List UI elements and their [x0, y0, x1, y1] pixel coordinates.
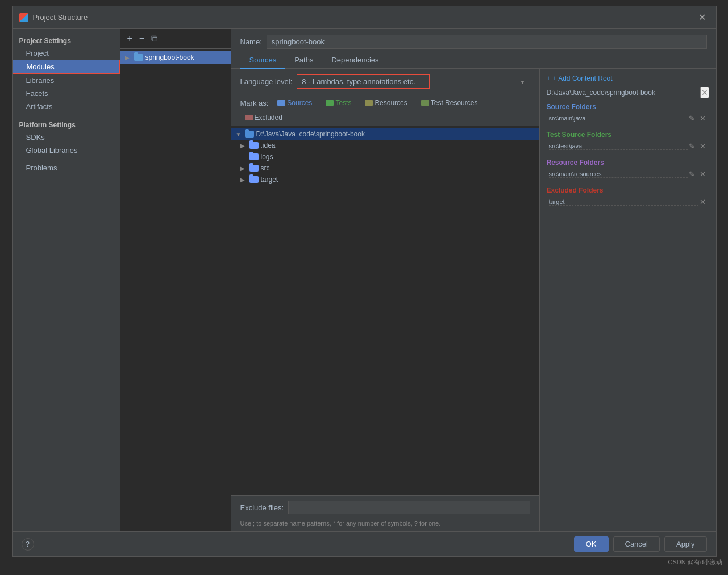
- resource-folders-category: Resource Folders src\main\resources ✎ ✕: [547, 159, 709, 180]
- platform-settings-title: Platform Settings: [13, 118, 120, 131]
- content-area: Name: Sources Paths Dependencies: [231, 29, 716, 531]
- help-button[interactable]: ?: [22, 538, 34, 551]
- source-folder-edit-button[interactable]: ✎: [688, 114, 696, 123]
- resource-folder-path: src\main\resources: [549, 170, 688, 178]
- file-tree-target[interactable]: ▶ target: [231, 174, 539, 185]
- language-level-select-wrapper: 8 - Lambdas, type annotations etc.: [297, 74, 530, 89]
- remove-module-button[interactable]: −: [137, 32, 147, 45]
- language-level-row: Language level: 8 - Lambdas, type annota…: [231, 69, 539, 94]
- name-input[interactable]: [267, 35, 707, 49]
- dialog-title: Project Structure: [33, 13, 88, 22]
- ft-idea-arrow: ▶: [240, 143, 247, 149]
- tab-sources[interactable]: Sources: [240, 52, 286, 69]
- add-content-root-button[interactable]: + + Add Content Root: [547, 74, 709, 82]
- watermark: CSDN @有d小激动: [668, 558, 722, 566]
- tree-section: Language level: 8 - Lambdas, type annota…: [231, 69, 540, 531]
- sidebar-item-project[interactable]: Project: [13, 47, 120, 60]
- excluded-color-icon: [245, 115, 253, 120]
- tabs-row: Sources Paths Dependencies: [231, 52, 716, 69]
- mark-as-excluded-button[interactable]: Excluded: [240, 113, 287, 123]
- sidebar-item-problems[interactable]: Problems: [13, 161, 120, 174]
- sidebar-item-libraries[interactable]: Libraries: [13, 74, 120, 87]
- mark-as-test-resources-button[interactable]: Test Resources: [417, 98, 482, 108]
- ft-src-folder-icon: [249, 165, 259, 172]
- ok-button[interactable]: OK: [574, 536, 609, 552]
- excluded-folder-remove-button[interactable]: ✕: [698, 198, 707, 206]
- main-content: Project Settings Project Modules Librari…: [13, 29, 716, 531]
- sidebar-item-sdks[interactable]: SDKs: [13, 131, 120, 144]
- folder-info-panel: + + Add Content Root D:\Java\Java_code\s…: [540, 69, 716, 531]
- module-tree: ▶ springboot-book: [120, 49, 231, 531]
- resource-folder-remove-button[interactable]: ✕: [698, 170, 707, 178]
- tabs-content: Language level: 8 - Lambdas, type annota…: [231, 69, 716, 531]
- module-panel: + − ⧉ ▶ springboot-book: [120, 29, 231, 531]
- tests-color-icon: [326, 100, 334, 106]
- tree-arrow: ▶: [125, 55, 132, 61]
- excluded-folders-item-0: target ✕: [547, 197, 709, 207]
- language-level-select[interactable]: 8 - Lambdas, type annotations etc.: [297, 74, 430, 89]
- excluded-folders-category: Excluded Folders target ✕: [547, 186, 709, 207]
- exclude-hint: Use ; to separate name patterns, * for a…: [231, 519, 539, 531]
- file-tree-root[interactable]: ▼ D:\Java\Java_code\springboot-book: [231, 128, 539, 140]
- sidebar-item-global-libraries[interactable]: Global Libraries: [13, 144, 120, 157]
- app-icon: [19, 13, 28, 22]
- mark-as-tests-button[interactable]: Tests: [321, 98, 356, 108]
- close-button[interactable]: ✕: [695, 11, 709, 24]
- folder-path-close-button[interactable]: ✕: [700, 87, 709, 98]
- sources-color-icon: [277, 100, 285, 106]
- test-source-folders-title: Test Source Folders: [547, 131, 709, 139]
- resource-folders-title: Resource Folders: [547, 159, 709, 166]
- folder-path-header: D:\Java\Java_code\springboot-book ✕: [547, 87, 709, 98]
- test-source-folder-edit-button[interactable]: ✎: [688, 142, 696, 151]
- language-level-label: Language level:: [240, 77, 293, 86]
- source-folders-category: Source Folders src\main\java ✎ ✕: [547, 103, 709, 124]
- ft-root-folder-icon: [245, 131, 254, 138]
- exclude-files-label: Exclude files:: [240, 503, 284, 512]
- file-tree-idea[interactable]: ▶ .idea: [231, 140, 539, 151]
- ft-root-arrow: ▼: [236, 131, 243, 138]
- file-tree-logs[interactable]: logs: [231, 151, 539, 163]
- sidebar-item-artifacts[interactable]: Artifacts: [13, 100, 120, 113]
- ft-logs-folder-icon: [249, 153, 259, 160]
- exclude-files-input[interactable]: [288, 501, 530, 514]
- sidebar-divider: [13, 113, 120, 118]
- cancel-button[interactable]: Cancel: [613, 536, 660, 552]
- title-bar: Project Structure ✕: [13, 6, 716, 29]
- sidebar-item-facets[interactable]: Facets: [13, 87, 120, 100]
- project-structure-dialog: Project Structure ✕ Project Settings Pro…: [12, 6, 717, 557]
- tab-dependencies[interactable]: Dependencies: [322, 52, 388, 69]
- tab-paths[interactable]: Paths: [285, 52, 322, 69]
- ft-target-arrow: ▶: [240, 177, 247, 183]
- ft-src-arrow: ▶: [240, 165, 247, 172]
- resource-folder-edit-button[interactable]: ✎: [688, 170, 696, 178]
- module-tree-label: springboot-book: [145, 53, 194, 61]
- ft-target-label: target: [261, 176, 278, 184]
- project-settings-title: Project Settings: [13, 34, 120, 47]
- test-resources-color-icon: [421, 100, 429, 106]
- ft-idea-folder-icon: [249, 142, 259, 149]
- mark-as-resources-button[interactable]: Resources: [360, 98, 411, 108]
- source-folders-title: Source Folders: [547, 103, 709, 111]
- sidebar-item-modules[interactable]: Modules: [13, 60, 120, 74]
- mark-as-row: Mark as: Sources Tests Resources: [231, 94, 539, 126]
- name-label: Name:: [240, 38, 262, 46]
- resource-folders-item-0: src\main\resources ✎ ✕: [547, 169, 709, 180]
- mark-as-sources-button[interactable]: Sources: [273, 98, 317, 108]
- ft-root-label: D:\Java\Java_code\springboot-book: [256, 130, 365, 138]
- module-tree-item-springboot-book[interactable]: ▶ springboot-book: [120, 51, 231, 64]
- resources-color-icon: [365, 100, 373, 106]
- test-source-folder-remove-button[interactable]: ✕: [698, 142, 707, 151]
- add-module-button[interactable]: +: [125, 32, 135, 45]
- file-tree-src[interactable]: ▶ src: [231, 163, 539, 174]
- sidebar: Project Settings Project Modules Librari…: [13, 29, 120, 531]
- mark-as-label: Mark as:: [240, 99, 269, 107]
- ft-idea-label: .idea: [261, 141, 276, 149]
- source-folder-remove-button[interactable]: ✕: [698, 114, 707, 123]
- name-row: Name:: [231, 29, 716, 52]
- copy-module-button[interactable]: ⧉: [149, 32, 160, 45]
- exclude-files-row: Exclude files:: [231, 495, 539, 519]
- apply-button[interactable]: Apply: [664, 536, 707, 552]
- ft-src-label: src: [261, 164, 270, 172]
- excluded-folder-path: target: [549, 198, 698, 206]
- sidebar-divider2: [13, 157, 120, 161]
